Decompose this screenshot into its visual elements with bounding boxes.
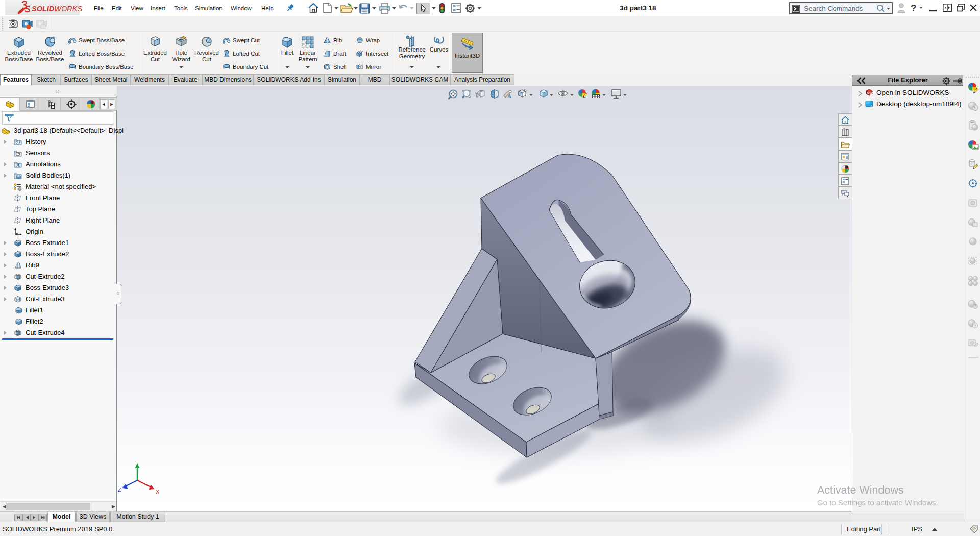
- svg-text:S: S: [867, 91, 869, 95]
- svg-text:X: X: [156, 489, 160, 495]
- svg-text:Z: Z: [118, 486, 121, 493]
- svg-text:?: ?: [911, 3, 917, 13]
- svg-text:A: A: [507, 93, 511, 99]
- svg-text:S: S: [24, 4, 30, 14]
- svg-text:A: A: [16, 163, 20, 168]
- svg-text:W: W: [870, 92, 873, 95]
